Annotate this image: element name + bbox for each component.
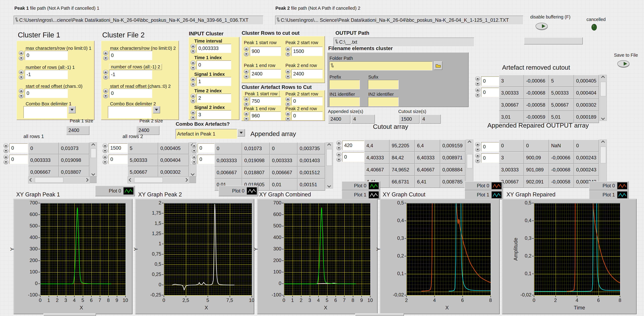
spinner-buttons[interactable] [192,155,197,164]
spinner-buttons[interactable] [103,89,108,98]
spinner-buttons[interactable] [19,70,24,80]
peak1-end-value[interactable]: 960 [250,111,281,120]
all-rows-1-hscrollbar[interactable] [28,177,90,184]
index-value[interactable]: 0 [481,88,500,97]
num-rows-value[interactable]: -1 [25,70,68,79]
combo-artefacts-field[interactable]: Artefact in Peak 1 [176,129,237,139]
cutout-index-1[interactable]: 0 [336,152,364,162]
time-interval-value[interactable]: 0,003333 [196,44,231,53]
disable-buffering-button[interactable] [535,22,549,31]
prefix-field[interactable] [329,80,360,89]
all-rows-2-hscrollbar[interactable] [128,177,189,184]
spinner-buttons[interactable] [4,155,9,164]
cutout-vscrollbar[interactable] [466,140,473,186]
time1-index-control[interactable]: 0 [190,60,231,70]
index-value[interactable]: 0 [342,152,364,162]
spinner-buttons[interactable] [475,76,480,86]
all-rows-2-index-0[interactable]: 1500 [102,143,128,153]
folder-path-field[interactable] [329,61,432,70]
combo-delimiter-field[interactable] [24,106,67,118]
time2-index-control[interactable]: 2 [190,94,231,103]
signal1-index-value[interactable]: 1 [196,77,231,86]
time1-index-value[interactable]: 0 [196,60,231,70]
offset-value[interactable]: 0 [25,89,68,98]
artefact-removed-index-1[interactable]: 0 [475,88,500,97]
spinner-buttons[interactable] [475,153,480,163]
index-value[interactable]: 0 [481,76,500,86]
peak1-start-value[interactable]: 900 [250,47,281,56]
appended-index-1[interactable]: 0 [192,155,215,164]
all-rows-1-index-0[interactable]: 0 [4,143,28,153]
spinner-buttons[interactable] [190,94,196,103]
spinner-buttons[interactable] [475,88,480,97]
spinner-buttons[interactable] [244,111,249,121]
signal2-index-control[interactable]: 3 [190,110,231,120]
spinner-buttons[interactable] [102,155,108,164]
num-rows-control[interactable]: -1 [103,70,152,80]
in2-identifier-field[interactable] [368,97,398,106]
peak2-path-input[interactable]: C:\Users\ngros\... Science\Peak Data\kat… [275,16,523,25]
time-interval-control[interactable]: 0,003333 [190,44,231,54]
spinner-buttons[interactable] [103,70,108,80]
spinner-buttons[interactable] [336,140,342,150]
repaired-vscrollbar[interactable] [600,140,607,186]
num-rows-value[interactable]: -1 [109,70,152,79]
peak2-start-control[interactable]: 1500 [286,47,323,56]
spinner-buttons[interactable] [286,47,291,56]
index-value[interactable]: 0 [481,153,500,163]
index-value[interactable]: 1500 [108,143,128,153]
peak2-end-control[interactable]: 0 [286,111,323,121]
repaired-index-1[interactable]: 0 [475,153,500,163]
peak1-end-value[interactable]: 2400 [250,69,281,79]
save-to-file-button[interactable] [617,60,630,69]
spinner-buttons[interactable] [336,152,342,162]
spinner-buttons[interactable] [102,143,108,153]
spinner-buttons[interactable] [103,51,108,60]
offset-value[interactable]: 0 [109,89,152,98]
dropdown-icon[interactable] [68,106,76,113]
spinner-buttons[interactable] [19,89,24,98]
index-value[interactable]: 0 [10,143,28,153]
cutout-index-0[interactable]: 420 [336,140,364,150]
spinner-buttons[interactable] [286,97,291,106]
index-value[interactable]: 420 [342,140,364,150]
appended-index-0[interactable]: 0 [192,143,215,153]
peak1-end-control[interactable]: 960 [244,111,281,121]
spinner-buttons[interactable] [244,97,249,106]
peak1-path-input[interactable]: C:\Users\ngros\...cience\Peak Data\katio… [14,16,264,25]
spinner-buttons[interactable] [4,143,9,153]
signal2-index-value[interactable]: 3 [196,110,231,119]
peak2-start-control[interactable]: 0 [286,97,323,106]
max-chars-control[interactable]: 0 [103,51,152,60]
sufix-field[interactable] [368,80,398,89]
browse-folder-button[interactable] [434,61,442,70]
peak2-end-control[interactable]: 2400 [286,69,323,79]
spinner-buttons[interactable] [190,60,196,70]
offset-control[interactable]: 0 [19,89,68,98]
peak1-start-control[interactable]: 900 [244,47,281,56]
in1-identifier-field[interactable] [329,97,360,106]
spinner-buttons[interactable] [19,51,24,60]
repaired-index-0[interactable]: 0 [475,142,500,152]
peak2-start-value[interactable]: 1500 [291,47,323,56]
all-rows-1-vscrollbar[interactable] [90,142,97,177]
spinner-buttons[interactable] [190,44,196,54]
max-chars-control[interactable]: 0 [19,51,68,60]
peak2-end-value[interactable]: 0 [291,111,323,120]
spinner-buttons[interactable] [475,142,480,152]
artefact-removed-vscrollbar[interactable] [600,75,607,121]
peak1-start-value[interactable]: 750 [250,97,281,105]
num-rows-control[interactable]: -1 [19,70,68,80]
index-value[interactable]: 0 [198,143,215,153]
max-chars-value[interactable]: 0 [109,51,152,60]
index-value[interactable]: 0 [108,155,128,164]
index-value[interactable]: 0 [10,155,28,164]
appended-vscrollbar[interactable] [326,142,333,189]
spinner-buttons[interactable] [190,77,196,87]
signal1-index-control[interactable]: 1 [190,77,231,87]
offset-control[interactable]: 0 [103,89,152,98]
dropdown-icon[interactable] [153,106,160,113]
spinner-buttons[interactable] [244,47,249,56]
peak2-end-value[interactable]: 2400 [291,69,323,79]
combo-delimiter-field[interactable] [108,106,152,118]
